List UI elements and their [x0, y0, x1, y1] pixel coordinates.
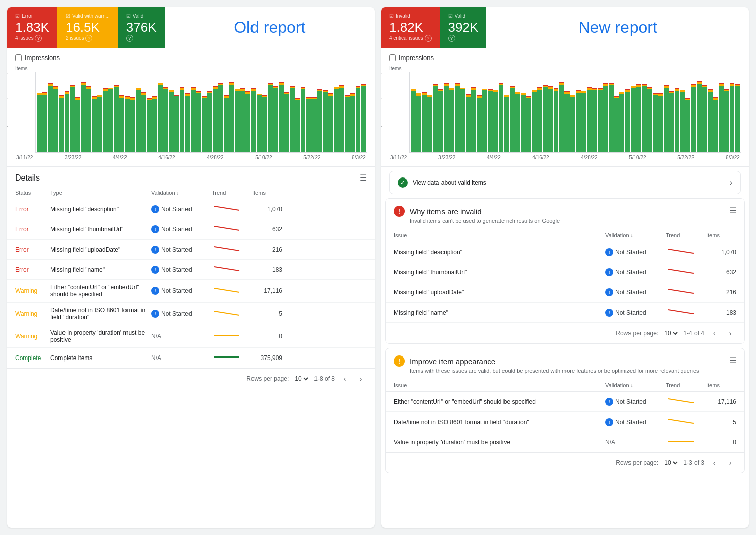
left-details-title: Details: [15, 173, 40, 183]
row-validation: ! Not Started: [605, 309, 666, 317]
badge-icon: !: [151, 266, 159, 274]
improve-page-range: 1-3 of 3: [683, 459, 704, 466]
left-page-range: 1-8 of 8: [314, 375, 335, 382]
row-validation: ! Not Started: [151, 310, 212, 318]
right-impressions-checkbox[interactable]: [389, 54, 396, 61]
row-trend: [666, 416, 706, 428]
chart-bar-group: [125, 72, 130, 152]
invalid-section-header: ! Why items are invalid ☰ Invalid items …: [386, 199, 744, 229]
improve-prev-button[interactable]: ‹: [708, 457, 720, 469]
table-row[interactable]: Error Missing field "uploadDate" ! Not S…: [7, 240, 375, 260]
chart-bar-group: [564, 72, 570, 152]
left-details-header: Details ☰: [7, 167, 375, 187]
chart-bar-group: [416, 72, 421, 152]
chart-bar-group: [603, 72, 608, 152]
left-valid-info-icon[interactable]: ?: [126, 35, 133, 42]
row-items: 1,070: [252, 206, 282, 213]
chart-bar-group: [532, 72, 537, 152]
left-chart-container: [35, 72, 367, 153]
row-issue: Missing field "uploadDate": [394, 289, 605, 296]
right-invalid-info-icon[interactable]: ?: [425, 35, 432, 42]
right-chart-section: Impressions Items 600K400K200K0 3/11/223…: [381, 48, 749, 167]
right-stats-bar: ☑ Invalid 1.82K 4 critical issues ? ☑ Va…: [381, 7, 749, 48]
row-trend: [666, 307, 706, 318]
chart-bar-group: [642, 72, 647, 152]
table-row[interactable]: Either "contentUrl" or "embedUrl" should…: [386, 392, 744, 412]
left-next-page-button[interactable]: ›: [355, 373, 367, 385]
row-issue: Missing field "description": [394, 249, 605, 256]
left-rows-per-page-select[interactable]: 10 25 50: [293, 375, 310, 383]
valid-items-banner[interactable]: ✓ View data about valid items ›: [389, 171, 741, 194]
validation-badge: ! Not Started: [151, 266, 192, 274]
improve-rows-per-page-select[interactable]: 10 25: [662, 459, 679, 467]
chart-bar-group: [279, 72, 284, 152]
row-items: 17,116: [252, 287, 282, 294]
table-row[interactable]: Value in property 'duration' must be pos…: [386, 432, 744, 452]
table-row[interactable]: Error Missing field "description" ! Not …: [7, 199, 375, 219]
chart-bar-group: [273, 72, 278, 152]
valid-check-icon: ✓: [398, 177, 408, 188]
right-valid-checkbox-icon: ☑: [448, 13, 453, 19]
left-impressions-checkbox[interactable]: [15, 54, 22, 61]
chart-bar-group: [75, 72, 80, 152]
left-prev-page-button[interactable]: ‹: [339, 373, 351, 385]
badge-icon: !: [605, 418, 613, 426]
improve-col-validation[interactable]: Validation ↓: [605, 382, 666, 388]
left-warning-info-icon[interactable]: ?: [85, 35, 92, 42]
table-row[interactable]: Error Missing field "name" ! Not Started…: [7, 260, 375, 280]
table-row[interactable]: Error Missing field "thumbnailUrl" ! Not…: [7, 219, 375, 240]
chart-bar-group: [411, 72, 416, 152]
rows-per-page-label: Rows per page:: [246, 375, 289, 382]
validation-na: N/A: [151, 333, 161, 340]
chart-bar-group: [460, 72, 465, 152]
chart-bar-group: [471, 72, 476, 152]
table-row[interactable]: Date/time not in ISO 8601 format in fiel…: [386, 412, 744, 432]
improve-filter-icon[interactable]: ☰: [729, 355, 736, 365]
right-stat-valid-label: Valid: [455, 13, 466, 19]
improve-next-button[interactable]: ›: [724, 457, 736, 469]
invalid-filter-icon[interactable]: ☰: [729, 206, 736, 215]
left-chart-x-labels: 3/11/223/23/224/4/224/16/224/28/225/10/2…: [15, 155, 367, 160]
improve-section-header: ! Improve item appearance ☰ Items with t…: [386, 348, 744, 379]
right-valid-info-icon[interactable]: ?: [448, 35, 455, 42]
row-issue: Missing field "name": [394, 309, 605, 316]
invalid-rows-per-page-select[interactable]: 10 25: [662, 329, 679, 337]
invalid-next-button[interactable]: ›: [724, 327, 736, 339]
chart-bar-group: [724, 72, 729, 152]
row-items: 216: [706, 289, 736, 296]
right-title-area: New report: [486, 7, 749, 48]
chart-bar-group: [609, 72, 614, 152]
table-row[interactable]: Complete Complete items N/A 375,909: [7, 348, 375, 368]
chart-bar-group: [625, 72, 630, 152]
chart-bar-group: [455, 72, 460, 152]
chart-bar-group: [141, 72, 146, 152]
improve-title-left: ! Improve item appearance: [394, 355, 495, 367]
left-stat-valid: ☑ Valid 376K ?: [118, 7, 165, 48]
left-error-info-icon[interactable]: ?: [35, 35, 42, 42]
table-row[interactable]: Warning Either "contentUrl" or "embedUrl…: [7, 280, 375, 303]
row-issue: Missing field "thumbnailUrl": [394, 269, 605, 276]
row-validation: ! Not Started: [151, 225, 212, 233]
chart-bar-group: [290, 72, 295, 152]
validation-badge: ! Not Started: [151, 225, 192, 233]
chart-bar-group: [477, 72, 482, 152]
invalid-col-validation[interactable]: Validation ↓: [605, 232, 666, 239]
chart-bar-group: [636, 72, 641, 152]
table-row[interactable]: Missing field "uploadDate" ! Not Started…: [386, 282, 744, 303]
chart-bar-group: [713, 72, 718, 152]
left-stat-error: ☑ Error 1.83K 4 issues ?: [7, 7, 57, 48]
chart-bar-group: [521, 72, 526, 152]
left-filter-icon[interactable]: ☰: [360, 173, 367, 183]
chart-bar-group: [240, 72, 245, 152]
invalid-card-title: Why items are invalid: [410, 207, 482, 216]
table-row[interactable]: Missing field "description" ! Not Starte…: [386, 242, 744, 262]
col-items: Items: [252, 190, 282, 196]
table-row[interactable]: Missing field "name" ! Not Started 183: [386, 303, 744, 323]
table-row[interactable]: Warning Date/time not in ISO 8601 format…: [7, 303, 375, 325]
invalid-prev-button[interactable]: ‹: [708, 327, 720, 339]
right-report-title: New report: [578, 18, 657, 37]
table-row[interactable]: Warning Value in property 'duration' mus…: [7, 325, 375, 348]
col-validation[interactable]: Validation ↓: [151, 190, 212, 196]
validation-badge: ! Not Started: [605, 418, 646, 426]
table-row[interactable]: Missing field "thumbnailUrl" ! Not Start…: [386, 262, 744, 282]
